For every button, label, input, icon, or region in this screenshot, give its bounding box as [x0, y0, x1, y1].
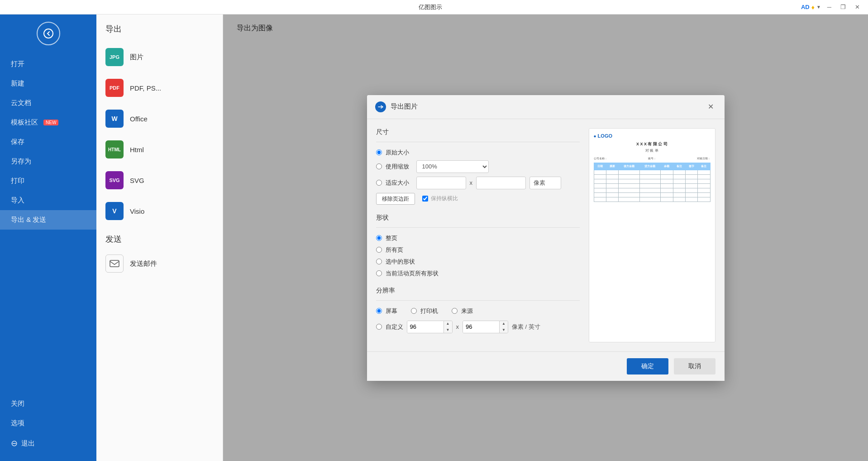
- size-section: 尺寸 原始大小 使用缩放 100: [376, 128, 580, 205]
- full-page-label[interactable]: 整页: [386, 234, 397, 242]
- office-label: Office: [130, 115, 148, 123]
- templates-label: 模板社区: [11, 118, 38, 127]
- modal-form: 尺寸 原始大小 使用缩放 100: [376, 128, 580, 342]
- user-badge[interactable]: AD ♦ ▼: [801, 4, 821, 11]
- sidebar-item-open[interactable]: 打开: [0, 54, 96, 74]
- preview-company: X X X 有 限 公 司: [594, 141, 711, 147]
- adapt-width-input[interactable]: 1122.52: [416, 177, 466, 189]
- spinbox-x-up[interactable]: ▲: [444, 321, 452, 327]
- exit-label: 退出: [21, 439, 35, 448]
- export-item-jpg[interactable]: JPG 图片: [96, 42, 223, 72]
- exit-minus-icon: ⊖: [11, 438, 18, 448]
- custom-x-spinbox: ▲ ▼: [407, 321, 453, 333]
- source-radio[interactable]: [452, 308, 458, 314]
- export-item-visio[interactable]: V Visio: [96, 196, 223, 226]
- screen-radio[interactable]: [376, 308, 382, 314]
- open-label: 打开: [11, 60, 24, 68]
- current-page-radio[interactable]: [376, 270, 382, 276]
- svg-icon: SVG: [105, 171, 124, 189]
- sidebar-item-import[interactable]: 导入: [0, 191, 96, 210]
- original-size-radio[interactable]: [376, 149, 382, 155]
- selected-shapes-label[interactable]: 选中的形状: [386, 258, 415, 266]
- email-label: 发送邮件: [130, 259, 157, 268]
- all-pages-radio[interactable]: [376, 247, 382, 253]
- current-page-row: 当前活动页所有形状: [376, 269, 580, 278]
- keep-portrait-checkbox[interactable]: [422, 196, 428, 202]
- print-label: 打印: [11, 177, 24, 185]
- scale-radio[interactable]: [376, 163, 382, 169]
- export-item-pdf[interactable]: PDF PDF, PS...: [96, 72, 223, 103]
- modal-body: 尺寸 原始大小 使用缩放 100: [367, 119, 725, 351]
- maximize-button[interactable]: ❐: [838, 3, 849, 11]
- spinbox-x-down[interactable]: ▼: [444, 327, 452, 333]
- original-size-label[interactable]: 原始大小: [386, 149, 409, 157]
- sidebar: 打开 新建 云文档 模板社区 NEW 保存 另存为 打印 导入 导出 & 发送 …: [0, 14, 96, 461]
- col-header-3: 借方金额: [619, 163, 640, 170]
- adapt-label[interactable]: 适应大小: [386, 179, 409, 187]
- user-dropdown-icon[interactable]: ▼: [816, 5, 821, 10]
- sidebar-item-export-send[interactable]: 导出 & 发送: [0, 210, 96, 230]
- scale-label[interactable]: 使用缩放: [386, 163, 409, 171]
- table-row: [594, 179, 710, 183]
- full-page-radio[interactable]: [376, 235, 382, 241]
- col-header-1: 日期: [594, 163, 606, 170]
- sidebar-item-save[interactable]: 保存: [0, 132, 96, 152]
- table-row: [594, 174, 710, 179]
- sidebar-item-exit[interactable]: ⊖ 退出: [0, 433, 96, 454]
- col-header-8: 备注: [698, 163, 710, 170]
- scale-select[interactable]: 100% 50% 200%: [416, 160, 489, 173]
- screen-label[interactable]: 屏幕: [386, 307, 397, 315]
- x-separator: x: [470, 179, 473, 186]
- spinbox-y-up[interactable]: ▲: [500, 321, 508, 327]
- sidebar-item-templates[interactable]: 模板社区 NEW: [0, 113, 96, 132]
- export-item-office[interactable]: W Office: [96, 103, 223, 134]
- source-label[interactable]: 来源: [461, 307, 473, 315]
- spinbox-y-down[interactable]: ▼: [500, 327, 508, 333]
- sidebar-item-print[interactable]: 打印: [0, 171, 96, 191]
- custom-x-input[interactable]: [407, 321, 444, 333]
- keep-portrait-label[interactable]: 保持纵横比: [431, 195, 458, 202]
- html-label: Html: [130, 146, 144, 154]
- custom-radio[interactable]: [376, 324, 382, 330]
- sidebar-item-close[interactable]: 关闭: [0, 394, 96, 413]
- sidebar-item-options[interactable]: 选项: [0, 413, 96, 433]
- modal-close-button[interactable]: ✕: [706, 101, 716, 112]
- unit-select-wrapper: 像素 厘米 英寸: [529, 177, 561, 189]
- sidebar-item-new[interactable]: 新建: [0, 74, 96, 93]
- preview-subtitle: 对 账 单: [594, 148, 711, 153]
- export-item-svg[interactable]: SVG SVG: [96, 165, 223, 196]
- close-label: 关闭: [11, 399, 24, 408]
- export-send-label: 导出 & 发送: [11, 216, 46, 224]
- sidebar-item-cloud[interactable]: 云文档: [0, 93, 96, 113]
- current-page-label[interactable]: 当前活动页所有形状: [386, 269, 439, 278]
- adapt-height-input[interactable]: 793.701: [476, 177, 526, 189]
- preview-logo: ● LOGO: [594, 133, 711, 139]
- selected-shapes-radio[interactable]: [376, 259, 382, 264]
- resolution-divider: [376, 300, 580, 301]
- new-label: 新建: [11, 79, 24, 88]
- remove-margin-button[interactable]: 移除页边距: [376, 193, 415, 205]
- resolution-options-row: 屏幕 打印机 来源: [376, 307, 580, 315]
- all-pages-label[interactable]: 所有页: [386, 246, 403, 254]
- printer-label[interactable]: 打印机: [420, 307, 438, 315]
- send-email-item[interactable]: 发送邮件: [96, 248, 223, 279]
- adapt-radio[interactable]: [376, 180, 382, 186]
- printer-radio[interactable]: [411, 308, 417, 314]
- resolution-section-title: 分辨率: [376, 287, 580, 295]
- cancel-button[interactable]: 取消: [674, 358, 715, 375]
- table-row: [594, 188, 710, 192]
- back-button[interactable]: [37, 22, 60, 45]
- table-row: [594, 197, 710, 202]
- shape-divider: [376, 227, 580, 228]
- export-item-html[interactable]: HTML Html: [96, 134, 223, 165]
- sidebar-item-saveas[interactable]: 另存为: [0, 152, 96, 171]
- custom-label[interactable]: 自定义: [386, 323, 403, 331]
- confirm-button[interactable]: 确定: [627, 358, 668, 375]
- sidebar-logo[interactable]: [0, 22, 96, 45]
- modal-overlay: 导出图片 ✕ 尺寸 原始大小: [223, 14, 868, 461]
- custom-y-input[interactable]: [463, 321, 499, 333]
- minimize-button[interactable]: ─: [825, 3, 834, 11]
- close-button[interactable]: ✕: [852, 3, 863, 11]
- unit-select[interactable]: 像素 厘米 英寸: [529, 177, 561, 189]
- preview-table: 日期 摘要 借方金额 贷方金额 余额 备注 签字 备注: [594, 163, 711, 202]
